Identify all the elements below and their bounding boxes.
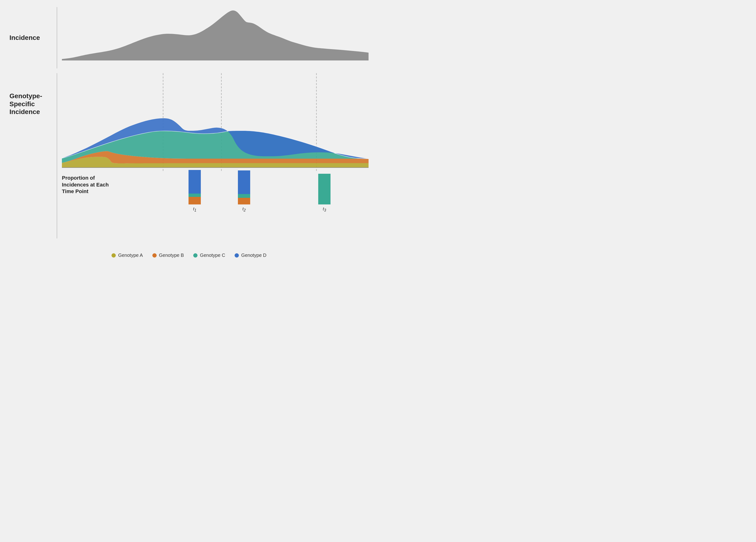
bar-segment-d-t2: [238, 171, 250, 194]
bar-segment-c-t2: [238, 194, 250, 198]
bottom-panel: Genotype-SpecificIncidence Propo: [9, 73, 369, 239]
top-chart-area: [62, 7, 369, 69]
time-label-t2: t2: [242, 206, 246, 213]
top-panel: Incidence: [9, 7, 369, 69]
proportion-label: Proportion ofIncidences at EachTime Poin…: [62, 172, 109, 195]
bar-segment-b-t2: [238, 198, 250, 205]
bar-group-t3: t3: [318, 174, 331, 213]
legend-label-c: Genotype C: [200, 253, 225, 258]
bar-segment-d-t1: [189, 170, 201, 194]
legend-dot-c: [193, 253, 198, 258]
legend-label-b: Genotype B: [159, 253, 184, 258]
incidence-chart: [62, 7, 369, 61]
stacked-bar-t2: [238, 171, 250, 205]
time-label-t1: t1: [193, 206, 196, 213]
genotype-chart: [62, 73, 369, 172]
stacked-bar-t1: [189, 170, 201, 205]
legend-item-d: Genotype D: [235, 253, 266, 258]
legend-item-b: Genotype B: [152, 253, 184, 258]
legend-dot-d: [235, 253, 239, 258]
bar-segment-c-t1: [189, 194, 201, 197]
bar-segment-c-t3: [318, 174, 331, 205]
time-label-t3: t3: [323, 206, 326, 213]
bottom-divider: [57, 73, 57, 239]
legend-label-d: Genotype D: [241, 253, 266, 258]
legend-item-c: Genotype C: [193, 253, 225, 258]
top-panel-label: Incidence: [9, 34, 57, 42]
bar-charts-container: t1 t2 t3: [109, 172, 369, 220]
legend: Genotype A Genotype B Genotype C Genotyp…: [9, 248, 369, 263]
bar-group-t1: t1: [189, 170, 201, 213]
bottom-chart-area: Proportion ofIncidences at EachTime Poin…: [62, 73, 369, 239]
legend-dot-b: [152, 253, 157, 258]
top-divider: [57, 7, 57, 69]
legend-label-a: Genotype A: [118, 253, 143, 258]
legend-dot-a: [112, 253, 116, 258]
bottom-panel-label: Genotype-SpecificIncidence: [9, 92, 57, 116]
legend-item-a: Genotype A: [112, 253, 143, 258]
bar-group-t2: t2: [238, 171, 250, 213]
proportion-section: Proportion ofIncidences at EachTime Poin…: [62, 172, 369, 220]
bar-segment-b-t1: [189, 197, 201, 205]
stacked-bar-t3: [318, 174, 331, 205]
